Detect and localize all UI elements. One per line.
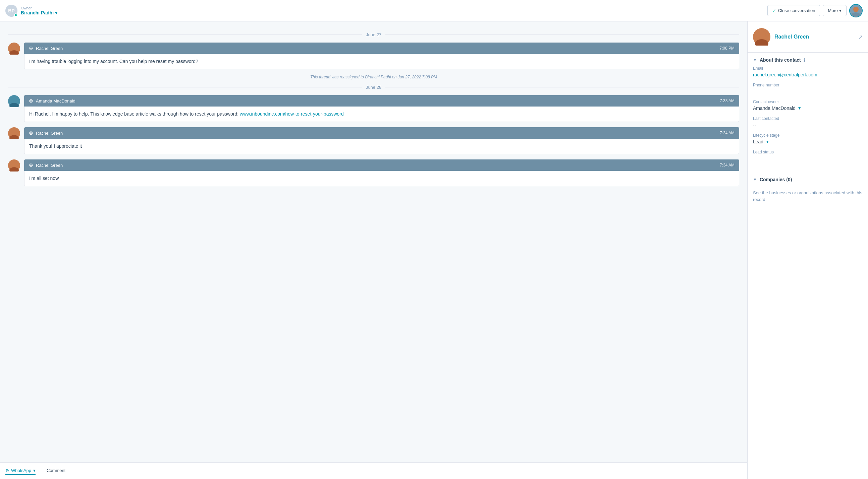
info-icon[interactable]: ℹ	[804, 58, 805, 63]
avatar	[8, 42, 20, 55]
lead-status-field-item: Lead status	[753, 150, 863, 161]
message-header-bar: ⊚ Rachel Green 7:08 PM	[24, 42, 739, 54]
message-content: ⊚ Amanda MacDonald 7:33 AM Hi Rachel, I'…	[24, 95, 739, 122]
owner-info: BP Owner Biranchi Padhi ▾	[5, 5, 57, 17]
phone-field-item: Phone number	[753, 83, 863, 94]
message-time: 7:34 AM	[720, 163, 735, 168]
owner-avatar: BP	[5, 5, 18, 17]
svg-point-10	[758, 31, 766, 39]
whatsapp-compose-icon: ⊚	[5, 468, 9, 473]
message-sender: Rachel Green	[36, 46, 63, 51]
svg-point-2	[11, 44, 17, 50]
owner-name[interactable]: Biranchi Padhi ▾	[21, 10, 57, 15]
top-header: BP Owner Biranchi Padhi ▾ ✓ Close conver…	[0, 0, 868, 22]
svg-point-8	[11, 162, 17, 167]
svg-point-6	[11, 129, 17, 135]
last-contacted-field-item: Last contacted --	[753, 116, 863, 128]
companies-body: See the businesses or organizations asso…	[748, 185, 868, 207]
contact-owner-field-item: Contact owner Amanda MacDonald ▼	[753, 100, 863, 111]
whatsapp-icon: ⊚	[29, 45, 33, 51]
chevron-down-icon: ▾	[839, 8, 841, 13]
status-dot	[14, 13, 18, 17]
last-contacted-value: --	[753, 122, 863, 128]
message-sender: Rachel Green	[36, 131, 63, 136]
close-conversation-button[interactable]: ✓ Close conversation	[767, 5, 820, 16]
more-button[interactable]: More ▾	[823, 5, 846, 16]
avatar	[8, 95, 20, 107]
contact-owner-label: Contact owner	[753, 100, 863, 104]
chevron-icon: ▼	[753, 58, 757, 62]
lifecycle-label: Lifecycle stage	[753, 133, 863, 138]
message-content: ⊚ Rachel Green 7:34 AM I'm all set now	[24, 160, 739, 186]
contact-name: Rachel Green	[774, 34, 854, 40]
contact-header: Rachel Green ↗	[748, 22, 868, 53]
message-sender: Rachel Green	[36, 163, 63, 168]
compose-area: ⊚ WhatsApp ▾ Comment	[0, 462, 747, 479]
message-group: ⊚ Rachel Green 7:08 PM I'm having troubl…	[8, 42, 739, 69]
avatar	[8, 127, 20, 139]
lead-status-label: Lead status	[753, 150, 863, 155]
contact-owner-value: Amanda MacDonald	[753, 105, 796, 111]
svg-point-0	[853, 7, 859, 12]
lifecycle-value: Lead	[753, 139, 763, 144]
date-divider-june27: June 27	[8, 32, 739, 37]
svg-point-11	[755, 39, 768, 45]
lifecycle-dropdown[interactable]: Lead ▼	[753, 139, 863, 144]
compose-input[interactable]	[71, 468, 742, 473]
whatsapp-tab[interactable]: ⊚ WhatsApp ▾	[5, 467, 36, 475]
message-content: ⊚ Rachel Green 7:08 PM I'm having troubl…	[24, 42, 739, 69]
system-message: This thread was reassigned to Biranchi P…	[8, 75, 739, 79]
article-link[interactable]: www.inboundinc.com/how-to-reset-your-pas…	[240, 111, 344, 116]
svg-point-7	[9, 135, 19, 139]
svg-point-1	[851, 12, 861, 17]
message-body: Hi Rachel, I'm happy to help. This knowl…	[24, 106, 739, 122]
message-group: ⊚ Amanda MacDonald 7:33 AM Hi Rachel, I'…	[8, 95, 739, 122]
message-header-bar: ⊚ Rachel Green 7:34 AM	[24, 127, 739, 139]
svg-point-3	[9, 50, 19, 55]
message-content: ⊚ Rachel Green 7:34 AM Thank you! I appr…	[24, 127, 739, 154]
message-group: ⊚ Rachel Green 7:34 AM Thank you! I appr…	[8, 127, 739, 154]
contact-avatar	[753, 28, 770, 45]
conversation-area: June 27 ⊚ Rachel Green 7:08 PM	[0, 22, 747, 479]
message-time: 7:33 AM	[720, 99, 735, 103]
email-label: Email	[753, 66, 863, 71]
phone-label: Phone number	[753, 83, 863, 88]
message-header-bar: ⊚ Amanda MacDonald 7:33 AM	[24, 95, 739, 106]
date-divider-june28: June 28	[8, 85, 739, 90]
last-contacted-label: Last contacted	[753, 116, 863, 121]
checkmark-icon: ✓	[772, 8, 776, 13]
owner-label: Owner	[21, 6, 57, 10]
message-time: 7:08 PM	[719, 46, 735, 50]
messages-container: June 27 ⊚ Rachel Green 7:08 PM	[0, 22, 747, 462]
email-field-item: Email rachel.green@centralperk.com	[753, 66, 863, 77]
owner-text: Owner Biranchi Padhi ▾	[21, 6, 57, 15]
email-value[interactable]: rachel.green@centralperk.com	[753, 72, 863, 77]
caret-icon: ▼	[798, 106, 802, 110]
message-body: I'm having trouble logging into my accou…	[24, 54, 739, 69]
message-body: Thank you! I appreciate it	[24, 139, 739, 154]
about-contact-section-header[interactable]: ▼ About this contact ℹ	[748, 53, 868, 66]
svg-point-5	[9, 103, 19, 107]
message-group: ⊚ Rachel Green 7:34 AM I'm all set now	[8, 160, 739, 186]
lifecycle-field-item: Lifecycle stage Lead ▼	[753, 133, 863, 144]
companies-section-header[interactable]: ▼ Companies (0)	[748, 172, 868, 185]
contact-fields: Email rachel.green@centralperk.com Phone…	[748, 66, 868, 172]
lead-status-value	[753, 156, 863, 161]
chevron-icon: ▼	[753, 177, 757, 182]
whatsapp-icon: ⊚	[29, 130, 33, 136]
external-link-icon[interactable]: ↗	[858, 34, 863, 40]
phone-value	[753, 89, 863, 94]
svg-point-4	[11, 97, 17, 103]
comment-tab[interactable]: Comment	[46, 467, 65, 475]
message-header-bar: ⊚ Rachel Green 7:34 AM	[24, 160, 739, 171]
header-actions: ✓ Close conversation More ▾	[767, 4, 863, 18]
svg-point-9	[9, 167, 19, 171]
profile-avatar-button[interactable]	[849, 4, 863, 18]
about-section-title: About this contact	[760, 57, 801, 63]
contact-owner-dropdown[interactable]: Amanda MacDonald ▼	[753, 105, 863, 111]
chevron-down-icon: ▾	[55, 10, 57, 15]
message-time: 7:34 AM	[720, 131, 735, 135]
whatsapp-icon: ⊚	[29, 98, 33, 104]
whatsapp-icon: ⊚	[29, 162, 33, 168]
message-body: I'm all set now	[24, 171, 739, 186]
